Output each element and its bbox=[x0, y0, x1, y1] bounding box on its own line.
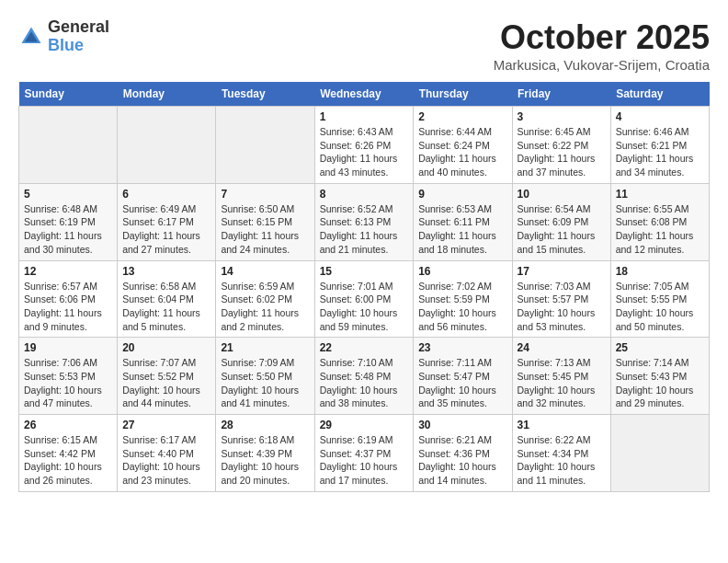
day-detail: Sunrise: 7:02 AM Sunset: 5:59 PM Dayligh… bbox=[418, 280, 506, 334]
calendar-cell: 20Sunrise: 7:07 AM Sunset: 5:52 PM Dayli… bbox=[118, 338, 216, 415]
calendar-cell: 30Sunrise: 6:21 AM Sunset: 4:36 PM Dayli… bbox=[414, 415, 512, 492]
day-number: 17 bbox=[518, 265, 606, 278]
calendar-cell bbox=[610, 415, 709, 492]
calendar-cell bbox=[118, 107, 216, 184]
day-detail: Sunrise: 6:52 AM Sunset: 6:13 PM Dayligh… bbox=[320, 202, 409, 257]
day-detail: Sunrise: 7:10 AM Sunset: 5:48 PM Dayligh… bbox=[320, 356, 409, 410]
calendar-header-thursday: Thursday bbox=[414, 82, 512, 107]
day-detail: Sunrise: 7:03 AM Sunset: 5:57 PM Dayligh… bbox=[518, 280, 606, 334]
calendar-cell: 22Sunrise: 7:10 AM Sunset: 5:48 PM Dayli… bbox=[314, 338, 414, 415]
calendar-cell bbox=[216, 107, 314, 184]
calendar-cell: 3Sunrise: 6:45 AM Sunset: 6:22 PM Daylig… bbox=[512, 107, 610, 184]
day-number: 15 bbox=[320, 265, 409, 278]
day-number: 9 bbox=[418, 188, 506, 201]
day-number: 26 bbox=[24, 419, 112, 431]
day-number: 27 bbox=[122, 419, 210, 431]
calendar-cell: 27Sunrise: 6:17 AM Sunset: 4:40 PM Dayli… bbox=[118, 415, 216, 492]
day-number: 14 bbox=[221, 265, 309, 278]
location-text: Markusica, Vukovar-Srijem, Croatia bbox=[494, 57, 710, 73]
day-detail: Sunrise: 7:07 AM Sunset: 5:52 PM Dayligh… bbox=[122, 356, 210, 410]
day-detail: Sunrise: 7:09 AM Sunset: 5:50 PM Dayligh… bbox=[221, 356, 309, 410]
calendar-cell: 31Sunrise: 6:22 AM Sunset: 4:34 PM Dayli… bbox=[512, 415, 610, 492]
day-number: 10 bbox=[518, 188, 606, 201]
calendar-cell: 2Sunrise: 6:44 AM Sunset: 6:24 PM Daylig… bbox=[414, 107, 512, 184]
day-number: 5 bbox=[24, 188, 112, 201]
calendar-cell: 4Sunrise: 6:46 AM Sunset: 6:21 PM Daylig… bbox=[610, 107, 709, 184]
day-detail: Sunrise: 7:11 AM Sunset: 5:47 PM Dayligh… bbox=[418, 356, 506, 410]
calendar-cell: 21Sunrise: 7:09 AM Sunset: 5:50 PM Dayli… bbox=[216, 338, 314, 415]
day-detail: Sunrise: 7:13 AM Sunset: 5:45 PM Dayligh… bbox=[518, 356, 606, 410]
day-number: 11 bbox=[616, 188, 704, 201]
calendar-week-3: 12Sunrise: 6:57 AM Sunset: 6:06 PM Dayli… bbox=[19, 260, 710, 338]
day-detail: Sunrise: 6:21 AM Sunset: 4:36 PM Dayligh… bbox=[418, 433, 506, 488]
day-number: 30 bbox=[418, 419, 506, 431]
calendar-cell: 16Sunrise: 7:02 AM Sunset: 5:59 PM Dayli… bbox=[414, 260, 512, 338]
day-detail: Sunrise: 6:53 AM Sunset: 6:11 PM Dayligh… bbox=[418, 202, 506, 257]
day-number: 4 bbox=[616, 110, 704, 123]
day-detail: Sunrise: 6:22 AM Sunset: 4:34 PM Dayligh… bbox=[518, 433, 606, 488]
calendar-table: SundayMondayTuesdayWednesdayThursdayFrid… bbox=[18, 82, 710, 492]
day-detail: Sunrise: 6:49 AM Sunset: 6:17 PM Dayligh… bbox=[122, 202, 210, 257]
day-number: 24 bbox=[518, 341, 606, 354]
day-number: 31 bbox=[518, 419, 606, 431]
day-number: 6 bbox=[122, 188, 210, 201]
calendar-week-5: 26Sunrise: 6:15 AM Sunset: 4:42 PM Dayli… bbox=[19, 415, 710, 492]
logo-general-text: General bbox=[48, 18, 109, 37]
calendar-header-wednesday: Wednesday bbox=[314, 82, 414, 107]
calendar-cell: 29Sunrise: 6:19 AM Sunset: 4:37 PM Dayli… bbox=[314, 415, 414, 492]
day-number: 1 bbox=[320, 110, 409, 123]
calendar-cell: 10Sunrise: 6:54 AM Sunset: 6:09 PM Dayli… bbox=[512, 183, 610, 260]
day-number: 23 bbox=[418, 341, 506, 354]
page-header: General Blue October 2025 Markusica, Vuk… bbox=[18, 18, 710, 73]
calendar-cell: 8Sunrise: 6:52 AM Sunset: 6:13 PM Daylig… bbox=[314, 183, 414, 260]
day-number: 28 bbox=[221, 419, 309, 431]
day-number: 3 bbox=[518, 110, 606, 123]
calendar-cell: 14Sunrise: 6:59 AM Sunset: 6:02 PM Dayli… bbox=[216, 260, 314, 338]
calendar-week-2: 5Sunrise: 6:48 AM Sunset: 6:19 PM Daylig… bbox=[19, 183, 710, 260]
calendar-week-4: 19Sunrise: 7:06 AM Sunset: 5:53 PM Dayli… bbox=[19, 338, 710, 415]
calendar-header-monday: Monday bbox=[118, 82, 216, 107]
day-number: 18 bbox=[616, 265, 704, 278]
calendar-cell: 11Sunrise: 6:55 AM Sunset: 6:08 PM Dayli… bbox=[610, 183, 709, 260]
day-number: 20 bbox=[122, 341, 210, 354]
day-number: 12 bbox=[24, 265, 112, 278]
day-number: 25 bbox=[616, 341, 704, 354]
day-detail: Sunrise: 6:55 AM Sunset: 6:08 PM Dayligh… bbox=[616, 202, 704, 257]
day-detail: Sunrise: 6:50 AM Sunset: 6:15 PM Dayligh… bbox=[221, 202, 309, 257]
day-detail: Sunrise: 6:43 AM Sunset: 6:26 PM Dayligh… bbox=[320, 125, 409, 179]
calendar-cell: 17Sunrise: 7:03 AM Sunset: 5:57 PM Dayli… bbox=[512, 260, 610, 338]
logo-blue-text: Blue bbox=[48, 37, 109, 55]
day-number: 7 bbox=[221, 188, 309, 201]
day-detail: Sunrise: 6:57 AM Sunset: 6:06 PM Dayligh… bbox=[24, 280, 112, 334]
calendar-header-friday: Friday bbox=[512, 82, 610, 107]
calendar-cell bbox=[19, 107, 118, 184]
day-detail: Sunrise: 7:06 AM Sunset: 5:53 PM Dayligh… bbox=[24, 356, 112, 410]
calendar-cell: 15Sunrise: 7:01 AM Sunset: 6:00 PM Dayli… bbox=[314, 260, 414, 338]
title-block: October 2025 Markusica, Vukovar-Srijem, … bbox=[494, 18, 710, 73]
day-number: 16 bbox=[418, 265, 506, 278]
calendar-cell: 12Sunrise: 6:57 AM Sunset: 6:06 PM Dayli… bbox=[19, 260, 118, 338]
calendar-cell: 1Sunrise: 6:43 AM Sunset: 6:26 PM Daylig… bbox=[314, 107, 414, 184]
day-number: 2 bbox=[418, 110, 506, 123]
logo-icon bbox=[18, 24, 44, 50]
calendar-cell: 24Sunrise: 7:13 AM Sunset: 5:45 PM Dayli… bbox=[512, 338, 610, 415]
calendar-header-row: SundayMondayTuesdayWednesdayThursdayFrid… bbox=[19, 82, 710, 107]
day-detail: Sunrise: 6:17 AM Sunset: 4:40 PM Dayligh… bbox=[122, 433, 210, 488]
calendar-header-tuesday: Tuesday bbox=[216, 82, 314, 107]
day-detail: Sunrise: 6:45 AM Sunset: 6:22 PM Dayligh… bbox=[518, 125, 606, 179]
calendar-week-1: 1Sunrise: 6:43 AM Sunset: 6:26 PM Daylig… bbox=[19, 107, 710, 184]
calendar-header-saturday: Saturday bbox=[610, 82, 709, 107]
calendar-cell: 9Sunrise: 6:53 AM Sunset: 6:11 PM Daylig… bbox=[414, 183, 512, 260]
day-detail: Sunrise: 6:19 AM Sunset: 4:37 PM Dayligh… bbox=[320, 433, 409, 488]
day-detail: Sunrise: 6:46 AM Sunset: 6:21 PM Dayligh… bbox=[616, 125, 704, 179]
day-detail: Sunrise: 6:44 AM Sunset: 6:24 PM Dayligh… bbox=[418, 125, 506, 179]
day-detail: Sunrise: 6:58 AM Sunset: 6:04 PM Dayligh… bbox=[122, 280, 210, 334]
calendar-cell: 5Sunrise: 6:48 AM Sunset: 6:19 PM Daylig… bbox=[19, 183, 118, 260]
day-number: 19 bbox=[24, 341, 112, 354]
calendar-cell: 13Sunrise: 6:58 AM Sunset: 6:04 PM Dayli… bbox=[118, 260, 216, 338]
day-number: 13 bbox=[122, 265, 210, 278]
day-number: 21 bbox=[221, 341, 309, 354]
calendar-cell: 23Sunrise: 7:11 AM Sunset: 5:47 PM Dayli… bbox=[414, 338, 512, 415]
day-detail: Sunrise: 6:15 AM Sunset: 4:42 PM Dayligh… bbox=[24, 433, 112, 488]
day-detail: Sunrise: 6:18 AM Sunset: 4:39 PM Dayligh… bbox=[221, 433, 309, 488]
